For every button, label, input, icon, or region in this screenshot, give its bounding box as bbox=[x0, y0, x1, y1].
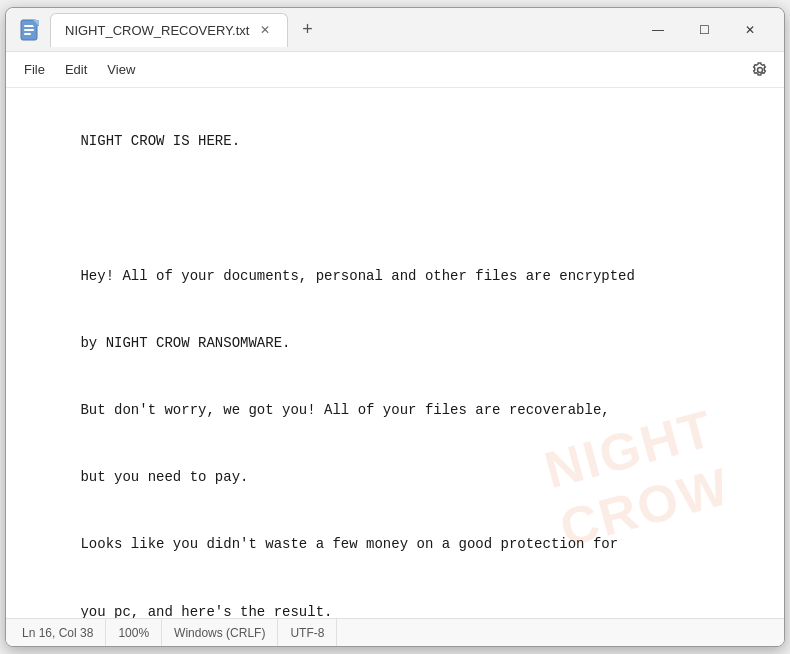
zoom-level: 100% bbox=[106, 619, 162, 646]
text-line-6: but you need to pay. bbox=[80, 469, 248, 485]
text-line-8: you pc, and here's the result. bbox=[80, 604, 332, 618]
main-window: NIGHT_CROW_RECOVERY.txt ✕ + — ☐ ✕ File E… bbox=[5, 7, 785, 647]
svg-rect-3 bbox=[24, 33, 31, 35]
active-tab[interactable]: NIGHT_CROW_RECOVERY.txt ✕ bbox=[50, 13, 288, 47]
menubar: File Edit View bbox=[6, 52, 784, 88]
text-line-4: by NIGHT CROW RANSOMWARE. bbox=[80, 335, 290, 351]
svg-rect-1 bbox=[24, 25, 34, 27]
titlebar: NIGHT_CROW_RECOVERY.txt ✕ + — ☐ ✕ bbox=[6, 8, 784, 52]
text-line-5: But don't worry, we got you! All of your… bbox=[80, 402, 609, 418]
tab-area: NIGHT_CROW_RECOVERY.txt ✕ + bbox=[50, 13, 636, 47]
window-controls: — ☐ ✕ bbox=[636, 14, 772, 46]
new-tab-button[interactable]: + bbox=[292, 15, 322, 45]
statusbar: Ln 16, Col 38 100% Windows (CRLF) UTF-8 bbox=[6, 618, 784, 646]
minimize-button[interactable]: — bbox=[636, 14, 680, 46]
editor-area[interactable]: NIGHT CROW IS HERE. Hey! All of your doc… bbox=[6, 88, 784, 618]
encoding: UTF-8 bbox=[278, 619, 337, 646]
line-ending: Windows (CRLF) bbox=[162, 619, 278, 646]
view-menu[interactable]: View bbox=[97, 58, 145, 81]
maximize-button[interactable]: ☐ bbox=[682, 14, 726, 46]
tab-close-button[interactable]: ✕ bbox=[257, 22, 273, 38]
text-line-7: Looks like you didn't waste a few money … bbox=[80, 536, 618, 552]
text-line-3: Hey! All of your documents, personal and… bbox=[80, 268, 635, 284]
app-icon bbox=[18, 18, 42, 42]
editor-content: NIGHT CROW IS HERE. Hey! All of your doc… bbox=[30, 108, 760, 618]
text-line-1: NIGHT CROW IS HERE. bbox=[80, 133, 240, 149]
tab-title: NIGHT_CROW_RECOVERY.txt bbox=[65, 23, 249, 38]
close-button[interactable]: ✕ bbox=[728, 14, 772, 46]
svg-rect-2 bbox=[24, 29, 34, 31]
cursor-position: Ln 16, Col 38 bbox=[18, 619, 106, 646]
edit-menu[interactable]: Edit bbox=[55, 58, 97, 81]
file-menu[interactable]: File bbox=[14, 58, 55, 81]
settings-button[interactable] bbox=[744, 54, 776, 86]
